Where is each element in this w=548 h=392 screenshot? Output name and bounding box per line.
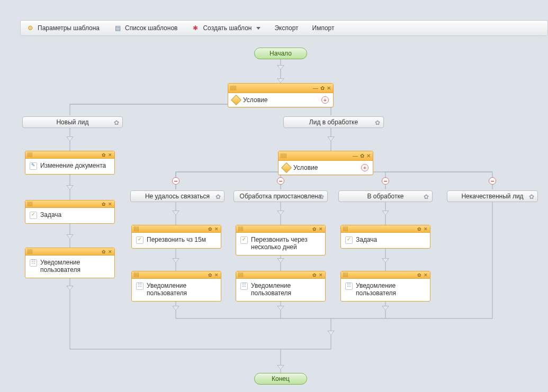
toolbar-template-params[interactable]: ⚙ Параметры шаблона [24,22,102,34]
notify-icon [345,282,353,290]
close-icon[interactable]: ✕ [214,226,219,232]
condition-node[interactable]: — ✿ ✕ Условие + [228,83,334,107]
arrow-icon [277,258,284,263]
drag-handle-icon[interactable] [343,226,348,231]
node-titlebar[interactable]: — ✿ ✕ [228,84,333,93]
gear-icon[interactable]: ✿ [360,153,364,159]
drag-handle-icon[interactable] [134,226,139,231]
gear-icon[interactable]: ✿ [102,152,106,158]
action-notify-user-2[interactable]: ✿✕ Уведомление пользователя [131,271,221,302]
action-notify-user-3[interactable]: ✿✕ Уведомление пользователя [236,271,326,302]
close-icon[interactable]: ✕ [366,153,371,159]
node-titlebar[interactable]: ✿✕ [236,271,325,279]
node-label: Задача [40,211,61,218]
minimize-icon[interactable]: — [313,85,318,91]
gear-icon[interactable]: ✿ [319,193,324,200]
node-label: Конец [272,375,290,382]
remove-branch-button[interactable]: – [382,177,389,185]
action-callback-15m[interactable]: ✿✕ Перезвонить чз 15м [131,225,221,249]
close-icon[interactable]: ✕ [327,85,331,91]
condition-icon [231,95,241,105]
toolbar-label: Создать шаблон [203,24,251,32]
gear-icon[interactable]: ✿ [102,202,106,207]
gear-icon[interactable]: ✿ [529,193,534,200]
remove-branch-button[interactable]: – [489,177,496,185]
drag-handle-icon[interactable] [134,272,139,277]
toolbar-import[interactable]: Импорт [310,23,337,33]
node-titlebar[interactable]: — ✿ ✕ [279,151,373,161]
node-label: Условие [293,164,318,171]
branch-couldnt-reach[interactable]: Не удалось связаться ✿ [130,190,224,202]
node-titlebar[interactable]: ✿✕ [341,271,430,279]
close-icon[interactable]: ✕ [108,249,112,254]
minimize-icon[interactable]: — [353,153,358,159]
start-node[interactable]: Начало [254,48,307,59]
toolbar-template-list[interactable]: ▤ Список шаблонов [111,22,179,34]
remove-branch-button[interactable]: – [277,177,284,185]
close-icon[interactable]: ✕ [424,272,428,278]
gear-icon[interactable]: ✿ [102,249,106,254]
node-titlebar[interactable]: ✿✕ [25,151,114,159]
branch-new-lead[interactable]: Новый лид ✿ [22,116,123,128]
node-titlebar[interactable]: ✿✕ [341,225,430,233]
action-notify-user-4[interactable]: ✿✕ Уведомление пользователя [340,271,430,302]
action-change-document[interactable]: ✿✕ Изменение документа [25,151,115,175]
remove-branch-button[interactable]: – [172,177,179,185]
node-titlebar[interactable]: ✿✕ [25,200,114,208]
gear-icon[interactable]: ✿ [208,226,212,232]
branch-label: В обработке [367,193,403,200]
gear-icon[interactable]: ✿ [312,226,317,232]
add-branch-button[interactable]: + [321,96,329,104]
branch-processing-paused[interactable]: Обработка приостановлена ✿ [233,190,328,202]
drag-handle-icon[interactable] [28,202,32,206]
close-icon[interactable]: ✕ [424,226,428,232]
branch-lead-processing[interactable]: Лид в обработке ✿ [283,116,384,128]
drag-handle-icon[interactable] [230,86,236,90]
branch-bad-lead[interactable]: Некачественный лид ✿ [447,190,538,202]
add-branch-button[interactable]: + [361,164,369,171]
node-titlebar[interactable]: ✿✕ [25,248,114,256]
drag-handle-icon[interactable] [343,272,348,277]
gear-icon[interactable]: ✿ [215,193,221,200]
gear-icon[interactable]: ✿ [417,272,421,278]
gear-icon[interactable]: ✿ [417,226,421,232]
gear-icon[interactable]: ✿ [312,272,317,278]
toolbar-create-template[interactable]: ✱ Создать шаблон [189,22,263,34]
node-label: Уведомление пользователя [251,282,321,297]
new-doc-icon: ✱ [191,24,200,32]
action-task-2[interactable]: ✿✕ Задача [340,225,430,249]
condition-node-2[interactable]: — ✿ ✕ Условие + [278,151,373,175]
toolbar-export[interactable]: Экспорт [272,23,300,33]
close-icon[interactable]: ✕ [319,226,323,232]
drag-handle-icon[interactable] [281,153,286,158]
action-task[interactable]: ✿✕ Задача [25,200,115,224]
action-notify-user[interactable]: ✿✕ Уведомление пользователя [25,248,115,278]
branch-label: Лид в обработке [309,118,358,126]
gear-icon[interactable]: ✿ [424,193,429,200]
close-icon[interactable]: ✕ [108,202,112,207]
node-label: Уведомление пользователя [147,282,217,297]
branch-label: Некачественный лид [461,193,523,200]
node-label: Уведомление пользователя [40,259,110,274]
close-icon[interactable]: ✕ [214,272,219,278]
branch-in-work[interactable]: В обработке ✿ [338,190,433,202]
node-titlebar[interactable]: ✿✕ [132,271,221,279]
node-titlebar[interactable]: ✿✕ [236,225,325,233]
arrow-icon [382,258,389,263]
task-icon [240,236,248,244]
gear-icon[interactable]: ✿ [320,85,325,91]
drag-handle-icon[interactable] [238,272,243,277]
arrow-icon [66,286,74,290]
drag-handle-icon[interactable] [28,249,32,254]
gear-icon[interactable]: ✿ [208,272,212,278]
close-icon[interactable]: ✕ [108,152,112,158]
action-callback-days[interactable]: ✿✕ Перезвонить через несколько дней [236,225,326,256]
end-node[interactable]: Конец [254,373,307,385]
branch-label: Не удалось связаться [145,193,210,200]
drag-handle-icon[interactable] [238,226,243,231]
node-titlebar[interactable]: ✿✕ [132,225,221,233]
gear-icon[interactable]: ✿ [375,119,380,126]
drag-handle-icon[interactable] [28,152,32,157]
close-icon[interactable]: ✕ [319,272,323,278]
gear-icon[interactable]: ✿ [114,119,119,126]
